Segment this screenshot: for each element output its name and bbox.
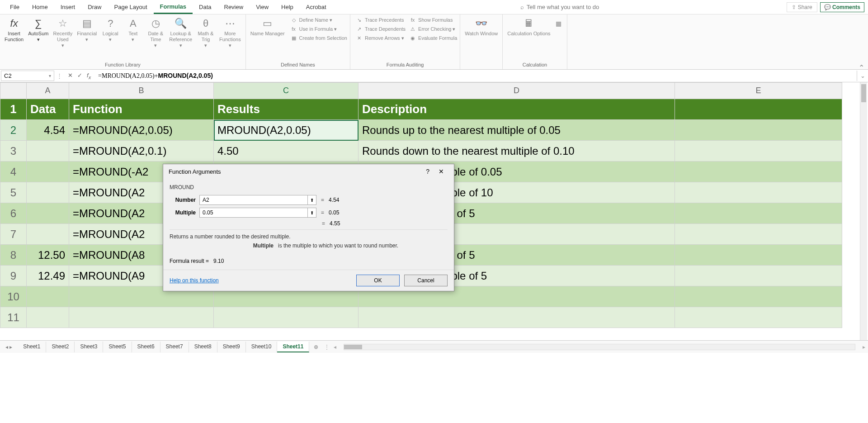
sheet-tab-sheet1[interactable]: Sheet1 <box>18 342 46 352</box>
cell-E8[interactable] <box>675 245 842 266</box>
cell-E7[interactable] <box>675 224 842 245</box>
sheet-tab-sheet6[interactable]: Sheet6 <box>132 342 160 352</box>
use-in-formula-button[interactable]: fxUse in Formula ▾ <box>290 25 347 33</box>
column-header-A[interactable]: A <box>27 83 69 99</box>
calc-now-button[interactable]: ▦ <box>553 16 564 31</box>
comments-button[interactable]: 💬 Comments <box>820 2 864 12</box>
evaluate-formula-button[interactable]: ◉Evaluate Formula <box>409 34 457 42</box>
name-manager-button[interactable]: ▭ Name Manager <box>249 16 287 38</box>
tab-acrobat[interactable]: Acrobat <box>300 1 333 13</box>
formula-input[interactable]: =MROUND(A2,0.05)+MROUND(A2,0.05) <box>95 71 857 81</box>
column-header-D[interactable]: D <box>359 83 675 99</box>
cell-A4[interactable] <box>27 162 69 182</box>
row-header-3[interactable]: 3 <box>0 141 27 162</box>
lookup-button[interactable]: 🔍Lookup &Reference▾ <box>167 16 194 50</box>
sheet-tab-sheet10[interactable]: Sheet10 <box>246 342 278 352</box>
trace-precedents-button[interactable]: ↘Trace Precedents <box>356 16 406 24</box>
ref-selector-icon[interactable]: ⬆ <box>307 208 316 218</box>
cell-B11[interactable] <box>69 307 214 328</box>
tab-help[interactable]: Help <box>275 1 300 13</box>
multiple-input[interactable] <box>199 208 308 218</box>
watch-window-button[interactable]: 👓 Watch Window <box>463 16 500 38</box>
logical-button[interactable]: ?Logical▾ <box>99 16 121 43</box>
search-input[interactable]: Tell me what you want to do <box>527 4 599 10</box>
cell-E10[interactable] <box>675 286 842 307</box>
cell-D3[interactable]: Rounds down to the nearest multiple of 0… <box>359 141 675 162</box>
accept-formula-icon[interactable]: ✓ <box>77 72 82 80</box>
remove-arrows-button[interactable]: ✕Remove Arrows ▾ <box>356 34 406 42</box>
trace-dependents-button[interactable]: ↗Trace Dependents <box>356 25 406 33</box>
calc-options-button[interactable]: 🖩 Calculation Options <box>505 16 552 38</box>
cell-A6[interactable] <box>27 203 69 224</box>
tab-draw[interactable]: Draw <box>81 1 108 13</box>
row-header-4[interactable]: 4 <box>0 162 27 182</box>
name-box[interactable]: C2▾ <box>1 71 54 81</box>
cell-E5[interactable] <box>675 182 842 203</box>
cell-A10[interactable] <box>27 286 69 307</box>
vertical-scrollbar[interactable] <box>860 82 867 340</box>
cell-E1[interactable] <box>675 99 842 120</box>
add-sheet-icon[interactable]: ⊕ <box>309 344 323 350</box>
horizontal-scrollbar[interactable] <box>344 344 855 350</box>
cell-B1[interactable]: Function <box>69 99 214 120</box>
fx-icon[interactable]: fx <box>87 72 91 80</box>
select-all-corner[interactable] <box>0 83 27 99</box>
tab-data[interactable]: Data <box>193 1 217 13</box>
cell-E6[interactable] <box>675 203 842 224</box>
define-name-button[interactable]: ◇Define Name ▾ <box>290 16 347 24</box>
cell-E4[interactable] <box>675 162 842 182</box>
sheet-tab-sheet8[interactable]: Sheet8 <box>189 342 217 352</box>
close-icon[interactable]: ✕ <box>434 168 448 175</box>
tab-page-layout[interactable]: Page Layout <box>108 1 154 13</box>
math-button[interactable]: θMath &Trig▾ <box>195 16 217 50</box>
cell-B2[interactable]: =MROUND(A2,0.05) <box>69 120 214 141</box>
cell-E3[interactable] <box>675 141 842 162</box>
show-formulas-button[interactable]: fxShow Formulas <box>409 16 457 24</box>
create-from-selection-button[interactable]: ▦Create from Selection <box>290 34 347 42</box>
cell-C11[interactable] <box>214 307 359 328</box>
column-header-E[interactable]: E <box>675 83 842 99</box>
ok-button[interactable]: OK <box>356 275 400 286</box>
cancel-formula-icon[interactable]: ✕ <box>68 72 73 80</box>
row-header-10[interactable]: 10 <box>0 286 27 307</box>
number-input[interactable] <box>199 195 308 205</box>
cancel-button[interactable]: Cancel <box>404 275 448 286</box>
row-header-11[interactable]: 11 <box>0 307 27 328</box>
cell-A2[interactable]: 4.54 <box>27 120 69 141</box>
tab-file[interactable]: File <box>4 1 26 13</box>
tab-formulas[interactable]: Formulas <box>154 0 193 14</box>
ref-selector-icon[interactable]: ⬆ <box>307 195 316 205</box>
row-header-1[interactable]: 1 <box>0 99 27 120</box>
sheet-tab-sheet7[interactable]: Sheet7 <box>160 342 189 352</box>
cell-D11[interactable] <box>359 307 675 328</box>
cell-A11[interactable] <box>27 307 69 328</box>
share-button[interactable]: ⇪ Share <box>787 2 817 12</box>
row-header-7[interactable]: 7 <box>0 224 27 245</box>
financial-button[interactable]: ▤Financial▾ <box>75 16 99 43</box>
expand-formula-bar-icon[interactable]: ⌄ <box>857 72 868 79</box>
cell-C1[interactable]: Results <box>214 99 359 120</box>
sheet-tab-sheet11[interactable]: Sheet11 <box>277 342 309 352</box>
tab-home[interactable]: Home <box>26 1 54 13</box>
cell-C2[interactable]: MROUND(A2,0.05) <box>214 120 359 141</box>
tab-view[interactable]: View <box>250 1 275 13</box>
cell-D2[interactable]: Rounds up to the nearest multiple of 0.0… <box>359 120 675 141</box>
sheet-tab-sheet2[interactable]: Sheet2 <box>46 342 75 352</box>
collapse-ribbon-icon[interactable]: ⌃ <box>859 63 864 72</box>
cell-B3[interactable]: =MROUND(A2,0.1) <box>69 141 214 162</box>
date-button[interactable]: ◷Date &Time▾ <box>145 16 166 50</box>
cell-E2[interactable] <box>675 120 842 141</box>
cell-E11[interactable] <box>675 307 842 328</box>
sheet-tab-sheet9[interactable]: Sheet9 <box>217 342 246 352</box>
more-button[interactable]: ⋯MoreFunctions▾ <box>217 16 243 50</box>
tab-review[interactable]: Review <box>218 1 250 13</box>
cell-A5[interactable] <box>27 182 69 203</box>
help-link[interactable]: Help on this function <box>170 277 219 284</box>
row-header-6[interactable]: 6 <box>0 203 27 224</box>
column-header-C[interactable]: C <box>214 83 359 99</box>
cell-A8[interactable]: 12.50 <box>27 245 69 266</box>
text-button[interactable]: AText▾ <box>122 16 144 43</box>
cell-A1[interactable]: Data <box>27 99 69 120</box>
sheet-tab-sheet5[interactable]: Sheet5 <box>103 342 132 352</box>
recently-button[interactable]: ☆RecentlyUsed▾ <box>51 16 74 50</box>
